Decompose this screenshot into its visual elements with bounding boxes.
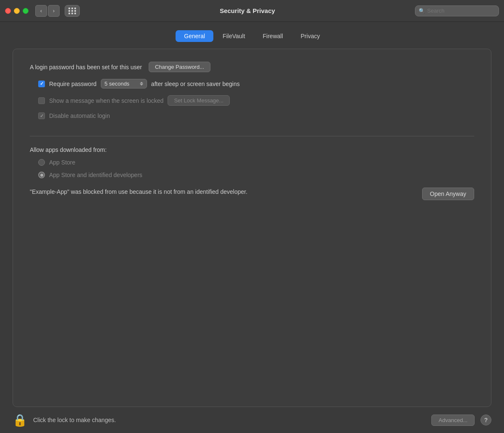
password-status-label: A login password has been set for this u… [30,64,142,70]
section-divider [30,136,474,136]
dropdown-arrow-icon [140,82,143,86]
tab-bar: General FileVault Firewall Privacy [13,30,491,42]
require-password-label: Require password [49,81,97,87]
forward-button[interactable]: › [48,5,60,17]
top-section: A login password has been set for this u… [30,62,474,132]
titlebar: ‹ › Security & Privacy 🔍 [0,0,504,22]
app-store-label: App Store [49,159,75,166]
close-button[interactable] [5,8,11,14]
search-icon: 🔍 [419,8,425,14]
search-input[interactable] [427,8,495,14]
app-store-identified-radio[interactable] [38,172,45,178]
window-title: Security & Privacy [83,7,412,14]
lock-icon[interactable]: 🔒 [13,413,27,427]
password-row: A login password has been set for this u… [30,62,474,72]
app-store-identified-label: App Store and identified developers [49,172,142,178]
show-message-label: Show a message when the screen is locked [49,97,163,104]
after-sleep-label: after sleep or screen saver begins [151,81,240,87]
bottom-bar: 🔒 Click the lock to make changes. Advanc… [0,407,504,433]
minimize-button[interactable] [14,8,20,14]
back-button[interactable]: ‹ [35,5,47,17]
grid-button[interactable] [65,5,80,17]
disable-autologin-row: Disable automatic login [38,112,474,119]
disable-autologin-checkbox[interactable] [38,112,45,119]
app-store-radio-row: App Store [38,159,474,166]
password-delay-dropdown[interactable]: 5 seconds [101,79,147,89]
open-anyway-button[interactable]: Open Anyway [422,188,474,200]
show-message-row: Show a message when the screen is locked… [38,95,474,106]
change-password-button[interactable]: Change Password... [149,62,210,72]
tab-general[interactable]: General [176,30,213,42]
tab-firewall[interactable]: Firewall [255,30,291,42]
help-button[interactable]: ? [480,415,491,425]
app-store-identified-radio-row: App Store and identified developers [38,172,474,178]
lock-text: Click the lock to make changes. [33,417,425,423]
grid-icon [68,8,76,14]
tab-filevault[interactable]: FileVault [214,30,253,42]
disable-autologin-label: Disable automatic login [49,112,110,119]
main-content: General FileVault Firewall Privacy A log… [0,22,504,407]
fullscreen-button[interactable] [23,8,29,14]
bottom-section: Allow apps downloaded from: App Store Ap… [30,146,474,394]
blocked-app-message: "Example-App" was blocked from use becau… [30,188,414,196]
traffic-lights [5,8,29,14]
advanced-button[interactable]: Advanced... [431,415,475,426]
require-password-row: Require password 5 seconds after sleep o… [38,79,474,89]
set-lock-message-button: Set Lock Message... [168,95,230,106]
app-store-radio[interactable] [38,159,45,166]
tab-privacy[interactable]: Privacy [292,30,328,42]
search-bar[interactable]: 🔍 [415,5,499,16]
show-message-checkbox[interactable] [38,97,45,104]
content-panel: A login password has been set for this u… [13,49,491,407]
allow-apps-label: Allow apps downloaded from: [30,146,474,153]
password-delay-value: 5 seconds [105,81,129,87]
blocked-app-row: "Example-App" was blocked from use becau… [30,188,474,200]
require-password-checkbox[interactable] [38,81,45,87]
nav-buttons: ‹ › [35,5,60,17]
